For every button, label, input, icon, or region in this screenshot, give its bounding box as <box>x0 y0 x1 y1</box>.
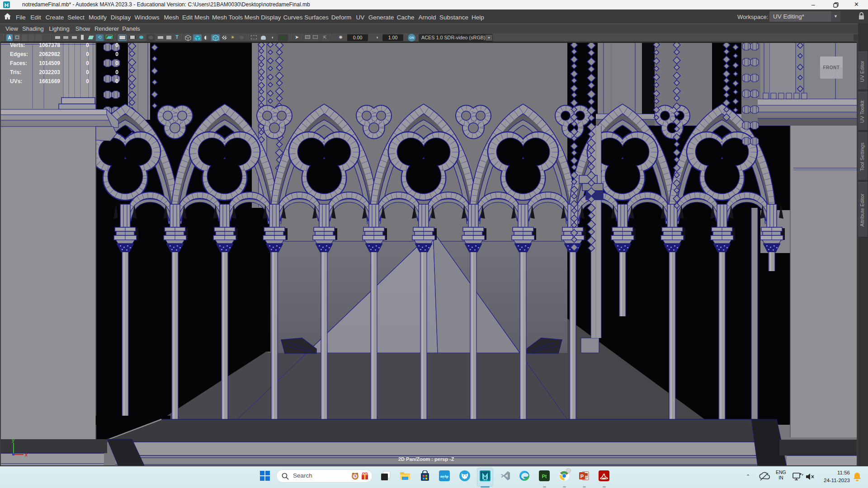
svg-text:Tris:: Tris: <box>10 69 21 75</box>
svg-text:UVs:: UVs: <box>10 78 22 84</box>
svg-text:0: 0 <box>115 42 118 48</box>
svg-text:0: 0 <box>86 51 89 57</box>
svg-text:Faces:: Faces: <box>10 60 27 66</box>
svg-text:0: 0 <box>86 60 89 66</box>
svg-text:Pt: Pt <box>542 474 547 479</box>
svg-text:0: 0 <box>86 42 89 48</box>
svg-text:myhp: myhp <box>440 474 448 479</box>
svg-text:0: 0 <box>115 60 118 66</box>
svg-text:x: x <box>25 452 28 457</box>
svg-text:MAYA: MAYA <box>483 479 487 481</box>
svg-text:1661669: 1661669 <box>39 78 60 84</box>
svg-text:2032203: 2032203 <box>39 69 60 75</box>
svg-text:0: 0 <box>115 78 118 84</box>
svg-text:1067378: 1067378 <box>39 42 60 48</box>
svg-text:0: 0 <box>86 69 89 75</box>
svg-text:y: y <box>12 437 15 443</box>
svg-text:0: 0 <box>115 69 118 75</box>
svg-text:2D Pan/Zoom : persp -Z: 2D Pan/Zoom : persp -Z <box>398 456 454 462</box>
svg-text:2062982: 2062982 <box>39 51 60 57</box>
svg-text:P: P <box>580 474 584 479</box>
svg-text:Edges:: Edges: <box>10 51 28 57</box>
svg-text:0: 0 <box>86 78 89 84</box>
svg-text:0: 0 <box>115 51 118 57</box>
svg-text:1014509: 1014509 <box>39 60 60 66</box>
svg-text:Verts:: Verts: <box>10 42 25 48</box>
svg-text:FRONT: FRONT <box>823 65 840 70</box>
